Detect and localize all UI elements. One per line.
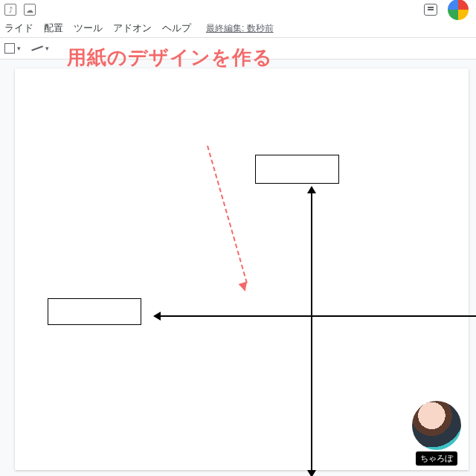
arrowhead-up-icon bbox=[307, 186, 316, 193]
vertical-axis-line[interactable] bbox=[311, 191, 312, 474]
annotation-callout: 用紙のデザインを作る bbox=[67, 45, 273, 71]
mascot-badge: ちゃろぼ bbox=[408, 401, 466, 466]
title-bar: ⤴ ☁ bbox=[0, 0, 476, 19]
comments-icon[interactable] bbox=[424, 4, 437, 16]
chevron-down-icon: ▾ bbox=[45, 45, 49, 52]
label-box-top[interactable] bbox=[255, 155, 339, 184]
menu-arrange[interactable]: 配置 bbox=[44, 22, 63, 35]
menu-slide[interactable]: ライド bbox=[4, 22, 33, 35]
arrowhead-left-icon bbox=[153, 312, 161, 321]
rectangle-icon bbox=[4, 43, 15, 54]
cloud-save-icon[interactable]: ☁ bbox=[24, 4, 36, 16]
account-avatar[interactable] bbox=[448, 0, 469, 20]
label-box-left[interactable] bbox=[48, 298, 141, 325]
mascot-name-label: ちゃろぼ bbox=[416, 451, 457, 466]
editor-area: ちゃろぼ bbox=[0, 60, 476, 476]
menu-help[interactable]: ヘルプ bbox=[162, 22, 191, 35]
arrowhead-down-icon bbox=[307, 470, 316, 476]
line-tool[interactable]: ▾ bbox=[31, 45, 49, 52]
annotation-arrow bbox=[207, 146, 248, 283]
horizontal-axis-line[interactable] bbox=[160, 315, 476, 317]
chevron-down-icon: ▾ bbox=[17, 45, 21, 52]
annotation-arrowhead-icon bbox=[239, 282, 250, 293]
mascot-avatar-icon bbox=[412, 401, 461, 450]
last-edit-label[interactable]: 最終編集: 数秒前 bbox=[206, 22, 274, 35]
move-to-icon[interactable]: ⤴ bbox=[4, 4, 16, 16]
slide-canvas[interactable]: ちゃろぼ bbox=[15, 68, 469, 470]
shape-tool[interactable]: ▾ bbox=[4, 43, 21, 54]
line-icon bbox=[31, 46, 43, 51]
menu-tools[interactable]: ツール bbox=[74, 22, 103, 35]
menu-addons[interactable]: アドオン bbox=[113, 22, 152, 35]
menu-bar: ライド 配置 ツール アドオン ヘルプ 最終編集: 数秒前 bbox=[0, 19, 476, 37]
